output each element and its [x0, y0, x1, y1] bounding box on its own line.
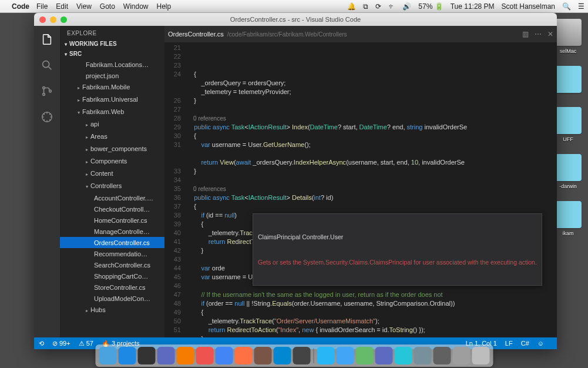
spotlight-icon[interactable]: 🔍 — [562, 2, 571, 11]
tree-file[interactable]: Fabrikam.Locations… — [60, 59, 164, 70]
tree-folder[interactable]: bower_components — [60, 143, 164, 155]
menu-edit[interactable]: Edit — [56, 2, 68, 11]
user-name[interactable]: Scott Hanselman — [502, 2, 555, 11]
app-name[interactable]: Code — [12, 2, 29, 11]
status-sync[interactable]: ⟲ — [39, 340, 44, 347]
dock-app-icon[interactable] — [452, 347, 470, 364]
hover-tooltip: ClaimsPrincipal Controller.User Gets or … — [253, 213, 542, 286]
status-language[interactable]: C# — [521, 340, 529, 347]
dock-app-icon[interactable] — [176, 347, 194, 364]
volume-icon[interactable]: 🔊 — [402, 2, 411, 11]
file-tree: Fabrikam.Locations…project.jsonFabrikam.… — [60, 59, 164, 316]
tab-filename[interactable]: OrdersController.cs — [168, 31, 224, 38]
warning-count: 57 — [86, 340, 93, 347]
dock-app-icon[interactable] — [118, 347, 136, 364]
tree-file[interactable]: StoreController.cs — [60, 282, 164, 293]
dock-app-icon[interactable] — [433, 347, 451, 364]
tree-file[interactable]: CheckoutControll… — [60, 203, 164, 215]
status-eol[interactable]: LF — [505, 340, 513, 347]
dock-app-icon[interactable] — [196, 347, 213, 364]
dock-app-icon[interactable] — [234, 347, 252, 364]
window-close-button[interactable] — [39, 16, 46, 23]
explorer-sidebar: EXPLORE WORKING FILES SRC Fabrikam.Locat… — [60, 26, 164, 337]
dock-app-icon[interactable] — [317, 347, 334, 364]
desktop-label: selMac — [560, 48, 577, 54]
search-icon[interactable] — [39, 58, 55, 73]
tree-folder[interactable]: Fabrikam.Mobile — [60, 81, 164, 93]
dock-app-icon[interactable] — [215, 347, 233, 364]
tree-file[interactable]: ManageControlle… — [60, 226, 164, 237]
tree-folder[interactable]: Components — [60, 155, 164, 168]
window-titlebar[interactable]: OrdersController.cs - src - Visual Studi… — [34, 13, 557, 26]
dock-app-icon[interactable] — [336, 347, 354, 364]
menu-goto[interactable]: Goto — [100, 2, 115, 11]
line-gutter: 2122232426272829303133343536373839404142… — [164, 42, 187, 337]
sync-icon[interactable]: ⟳ — [375, 2, 381, 11]
error-icon: ⊘ — [52, 340, 58, 347]
code-text[interactable]: ClaimsPrincipal Controller.User Gets or … — [187, 42, 557, 337]
dock-app-icon[interactable] — [394, 347, 412, 364]
dropbox-icon[interactable]: ⧉ — [363, 2, 368, 11]
sidebar-header: EXPLORE — [60, 26, 164, 39]
tree-file[interactable]: ShoppingCartCo… — [60, 270, 164, 282]
tree-file[interactable]: Recommendatio… — [60, 248, 164, 259]
tree-folder[interactable]: api — [60, 118, 164, 131]
tree-folder[interactable]: Content — [60, 168, 164, 180]
editor-tab-row: OrdersController.cs /code/Fabrikam/src/F… — [164, 26, 557, 42]
menu-file[interactable]: File — [36, 2, 48, 11]
dock-app-icon[interactable] — [375, 347, 392, 364]
window-maximize-button[interactable] — [61, 16, 67, 23]
split-editor-icon[interactable]: ▥ — [522, 30, 529, 38]
dock-app-icon[interactable] — [273, 347, 291, 364]
status-warnings[interactable]: ⚠57 — [79, 340, 93, 347]
more-icon[interactable]: ⋯ — [535, 30, 542, 38]
tree-folder[interactable]: Areas — [60, 131, 164, 143]
tree-folder[interactable]: Hubs — [60, 304, 164, 316]
battery-icon[interactable]: 57% 🔋 — [418, 2, 443, 11]
dock-app-icon[interactable] — [414, 347, 431, 364]
desktop-hd-icon[interactable] — [555, 19, 582, 46]
editor-area: OrdersController.cs /code/Fabrikam/src/F… — [164, 26, 557, 337]
menu-view[interactable]: View — [76, 2, 92, 11]
git-icon[interactable] — [39, 83, 55, 99]
menu-help[interactable]: Help — [157, 2, 172, 11]
src-section[interactable]: SRC — [60, 49, 164, 59]
window-minimize-button[interactable] — [50, 16, 56, 23]
tree-file[interactable]: AccountController.… — [60, 192, 164, 203]
dock-app-icon[interactable] — [99, 347, 116, 364]
code-editor[interactable]: 2122232426272829303133343536373839404142… — [164, 42, 557, 337]
tree-folder[interactable]: Fabrikam.Universal — [60, 93, 164, 106]
dock-app-icon[interactable] — [254, 347, 271, 364]
tree-file[interactable]: project.json — [60, 70, 164, 81]
clock[interactable]: Tue 11:28 PM — [451, 2, 495, 11]
notification-center-icon[interactable]: ☰ — [578, 2, 583, 11]
close-tab-icon[interactable]: ✕ — [547, 30, 553, 38]
debug-icon[interactable] — [39, 109, 55, 125]
dock-app-icon[interactable] — [157, 347, 174, 364]
tab-filepath: /code/Fabrikam/src/Fabrikam.Web/Controll… — [227, 31, 347, 38]
tree-file[interactable]: SearchController.cs — [60, 259, 164, 270]
explorer-icon[interactable] — [39, 32, 55, 47]
status-errors[interactable]: ⊘99+ — [52, 340, 70, 347]
desktop-folder-icon[interactable] — [555, 66, 582, 93]
notification-icon[interactable]: 🔔 — [347, 2, 356, 11]
wifi-icon[interactable]: ᯤ — [388, 2, 395, 11]
dock-app-icon[interactable] — [137, 347, 155, 364]
tree-folder[interactable]: Fabrikam.Web — [60, 106, 164, 118]
tree-file[interactable]: OrdersController.cs — [60, 237, 164, 248]
status-feedback-icon[interactable]: ☺ — [537, 340, 544, 347]
tree-file[interactable]: HomeController.cs — [60, 215, 164, 226]
desktop-folder-icon[interactable] — [555, 201, 582, 228]
desktop-folder-icon[interactable] — [555, 107, 582, 134]
tree-file[interactable]: UploadModelCon… — [60, 293, 164, 304]
dock-app-icon[interactable] — [355, 347, 373, 364]
svg-point-2 — [43, 93, 45, 96]
menu-window[interactable]: Window — [123, 2, 149, 11]
macos-dock — [95, 344, 493, 367]
working-files-section[interactable]: WORKING FILES — [60, 39, 164, 49]
desktop-folder-icon[interactable] — [555, 154, 582, 181]
dock-app-icon[interactable] — [472, 347, 489, 364]
desktop-label: ikam — [562, 230, 573, 236]
dock-app-icon[interactable] — [293, 347, 310, 364]
tree-folder[interactable]: Controllers — [60, 180, 164, 192]
